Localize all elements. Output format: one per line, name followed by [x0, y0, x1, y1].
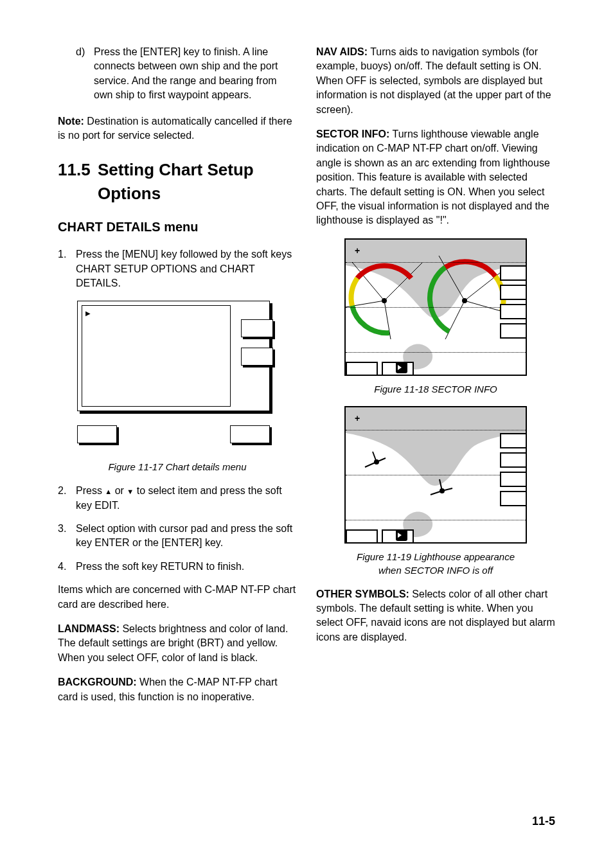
sector-info-off-chart: +	[344, 406, 527, 544]
step-d-marker: d)	[76, 45, 94, 103]
softkey-right-2	[500, 452, 527, 468]
grid-line	[346, 475, 526, 475]
figure-11-18-caption: Figure 11-18 SECTOR INFO	[316, 382, 555, 396]
step-4-text: Press the soft key RETURN to finish.	[76, 560, 297, 574]
figure-11-18: +	[316, 238, 555, 376]
menu-inner-box	[82, 305, 231, 407]
step-1-text: Press the [MENU] key followed by the sof…	[76, 247, 297, 290]
grid-line	[346, 520, 526, 520]
sector-info-text: Turns lighthouse viewable angle indicati…	[316, 128, 550, 226]
landmass-paragraph: LANDMASS: Selects brightness and color o…	[58, 622, 297, 665]
down-arrow-icon: ▼	[127, 488, 134, 495]
background-paragraph: BACKGROUND: When the C-MAP NT-FP chart c…	[58, 675, 297, 704]
softkey-right-1	[500, 265, 527, 281]
step-3-text: Select option with cursor pad and press …	[76, 522, 297, 551]
step-2-pre: Press	[76, 485, 105, 496]
background-label: BACKGROUND:	[58, 677, 137, 687]
plus-reticle-icon: +	[355, 245, 360, 258]
note-text: Destination is automatically cancelled i…	[58, 116, 292, 141]
nav-aids-paragraph: NAV AIDS: Turns aids to navigation symbo…	[316, 45, 555, 117]
nav-aids-label: NAV AIDS:	[316, 46, 368, 57]
note-label: Note:	[58, 116, 84, 127]
svg-point-13	[374, 459, 379, 465]
other-symbols-label: OTHER SYMBOLS:	[316, 589, 409, 599]
step-1: 1. Press the [MENU] key followed by the …	[58, 247, 297, 290]
figure-11-19-caption-line2: when SECTOR INFO is off	[378, 565, 493, 576]
step-3: 3. Select option with cursor pad and pre…	[58, 522, 297, 551]
softkey-bottom-left	[346, 362, 378, 376]
softkey-right-1	[241, 319, 273, 337]
chart-details-menu-mock: ▶	[77, 301, 270, 452]
step-2-mid: or	[112, 485, 127, 496]
step-2-marker: 2.	[58, 484, 76, 513]
own-ship-icon	[396, 529, 407, 541]
up-arrow-icon: ▲	[105, 488, 112, 495]
grid-line	[346, 352, 526, 353]
softkey-right-4	[500, 323, 527, 339]
svg-point-17	[440, 488, 445, 493]
menu-bottom-row	[77, 420, 270, 452]
menu-screen: ▶	[77, 301, 270, 411]
items-intro: Items which are concerned with C-MAP NT-…	[58, 583, 297, 612]
landmass-label: LANDMASS:	[58, 623, 120, 634]
figure-11-19-caption-line1: Figure 11-19 Lighthouse appearance	[357, 551, 515, 562]
sector-info-paragraph: SECTOR INFO: Turns lighthouse viewable a…	[316, 127, 555, 228]
cursor-icon: ▶	[85, 309, 91, 318]
softkey-right-1	[500, 433, 527, 448]
left-column: d) Press the [ENTER] key to finish. A li…	[58, 45, 297, 714]
step-1-marker: 1.	[58, 247, 76, 290]
figure-11-17-caption: Figure 11-17 Chart details menu	[58, 460, 297, 474]
page-number: 11-5	[532, 813, 555, 829]
softkey-right-4	[500, 491, 527, 506]
two-column-layout: d) Press the [ENTER] key to finish. A li…	[58, 45, 555, 714]
step-2: 2. Press ▲ or ▼ to select item and press…	[58, 484, 297, 513]
step-d: d) Press the [ENTER] key to finish. A li…	[58, 45, 297, 103]
grid-line	[346, 262, 526, 263]
section-heading: 11.5 Setting Chart Setup Options	[58, 158, 297, 205]
softkey-bottom-left	[346, 529, 378, 544]
step-3-marker: 3.	[58, 522, 76, 551]
right-column: NAV AIDS: Turns aids to navigation symbo…	[316, 45, 555, 714]
softkey-right-3	[500, 472, 527, 487]
sector-info-on-chart: +	[344, 238, 527, 376]
grid-line	[346, 307, 526, 308]
note-paragraph: Note: Destination is automatically cance…	[58, 114, 297, 143]
svg-point-9	[462, 298, 467, 303]
softkey-right-3	[500, 304, 527, 319]
step-2-text: Press ▲ or ▼ to select item and press th…	[76, 484, 297, 513]
step-4-marker: 4.	[58, 560, 76, 574]
plus-reticle-icon: +	[355, 412, 360, 425]
own-ship-icon	[396, 362, 407, 373]
other-symbols-paragraph: OTHER SYMBOLS: Selects color of all othe…	[316, 587, 555, 645]
section-title: Setting Chart Setup Options	[98, 158, 297, 205]
softkey-right-2	[500, 285, 527, 300]
grid-line	[346, 430, 526, 430]
page: d) Press the [ENTER] key to finish. A li…	[0, 0, 613, 868]
ordered-steps-continued: 2. Press ▲ or ▼ to select item and press…	[58, 484, 297, 574]
softkey-bottom-left	[77, 425, 117, 443]
softkey-right-2	[241, 348, 273, 366]
section-number: 11.5	[58, 158, 98, 205]
svg-point-4	[382, 298, 387, 303]
step-4: 4. Press the soft key RETURN to finish.	[58, 560, 297, 574]
sector-info-label: SECTOR INFO:	[316, 128, 389, 139]
figure-11-17: ▶	[58, 301, 297, 452]
figure-11-19: +	[316, 406, 555, 544]
subsection-heading: CHART DETAILS menu	[58, 218, 297, 236]
step-d-text: Press the [ENTER] key to finish. A line …	[94, 45, 297, 103]
ordered-steps: 1. Press the [MENU] key followed by the …	[58, 247, 297, 290]
softkey-bottom-right	[230, 425, 270, 443]
figure-11-19-caption: Figure 11-19 Lighthouse appearance when …	[316, 550, 555, 577]
